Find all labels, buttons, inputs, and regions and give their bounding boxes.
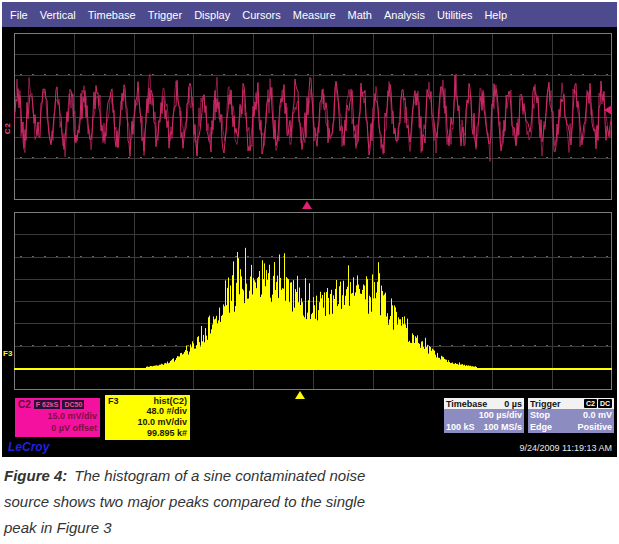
trigger-level: 0.0 mV bbox=[583, 409, 612, 421]
trigger-coupling-badge: DC bbox=[598, 399, 612, 408]
timebase-samplerate: 100 MS/s bbox=[483, 421, 522, 433]
f3-grid bbox=[14, 212, 612, 390]
menu-help[interactable]: Help bbox=[484, 9, 507, 21]
waveform-display: C2 F3 C2 F 62kS DC50 15.0 mV/div 0 µV of… bbox=[2, 27, 617, 457]
f3-histogram-canvas bbox=[14, 212, 612, 390]
menu-timebase[interactable]: Timebase bbox=[88, 9, 136, 21]
menu-cursors[interactable]: Cursors bbox=[242, 9, 281, 21]
figure-caption: Figure 4:The histogram of a sine contami… bbox=[4, 463, 484, 541]
caption-label: Figure 4: bbox=[4, 467, 67, 484]
timebase-title: Timebase bbox=[446, 399, 487, 409]
menu-math[interactable]: Math bbox=[348, 9, 372, 21]
f3-trace-label: F3 bbox=[3, 349, 12, 358]
trigger-title: Trigger bbox=[530, 399, 561, 409]
caption-line-1: Figure 4:The histogram of a sine contami… bbox=[4, 463, 484, 489]
c2-vertical-scale: 15.0 mV/div bbox=[18, 410, 97, 422]
menu-utilities[interactable]: Utilities bbox=[437, 9, 472, 21]
timebase-scale: 100 µs/div bbox=[479, 409, 522, 421]
lecroy-logo: LeCroy bbox=[8, 440, 49, 454]
trigger-time-marker[interactable] bbox=[302, 201, 312, 209]
c2-offset: 0 µV offset bbox=[18, 422, 97, 434]
timestamp: 9/24/2009 11:19:13 AM bbox=[520, 443, 612, 453]
trigger-mode: Stop bbox=[530, 409, 550, 421]
menu-analysis[interactable]: Analysis bbox=[384, 9, 425, 21]
scope-window: File Vertical Timebase Trigger Display C… bbox=[2, 2, 617, 457]
c2-grid bbox=[14, 33, 612, 200]
menu-vertical[interactable]: Vertical bbox=[40, 9, 76, 21]
c2-coupling-badge: DC50 bbox=[62, 400, 84, 409]
trigger-slope: Positive bbox=[577, 421, 612, 433]
c2-sampling-badge: F 62kS bbox=[34, 400, 61, 409]
c2-trace-canvas bbox=[14, 33, 612, 200]
menu-trigger[interactable]: Trigger bbox=[148, 9, 182, 21]
oscilloscope-screenshot: File Vertical Timebase Trigger Display C… bbox=[0, 0, 619, 544]
trigger-type: Edge bbox=[530, 421, 552, 433]
timebase-samples: 100 kS bbox=[446, 421, 475, 433]
timebase-panel[interactable]: Timebase 0 µs 100 µs/div 100 kS 100 MS/s bbox=[444, 398, 524, 433]
menu-bar: File Vertical Timebase Trigger Display C… bbox=[2, 2, 617, 27]
caption-line-2: source shows two major peaks compared to… bbox=[4, 489, 484, 515]
menu-measure[interactable]: Measure bbox=[293, 9, 336, 21]
c2-trace-label: C2 bbox=[3, 122, 12, 134]
f3-bin-scale: 10.0 mV/div bbox=[108, 417, 187, 428]
f3-descriptor-panel[interactable]: F3 hist(C2) 48.0 #/div 10.0 mV/div 99.89… bbox=[104, 394, 191, 441]
menu-file[interactable]: File bbox=[10, 9, 28, 21]
f3-channel-label: F3 bbox=[108, 396, 119, 406]
f3-count-scale: 48.0 #/div bbox=[108, 406, 187, 417]
trigger-source-badge: C2 bbox=[584, 399, 597, 408]
c2-channel-label: C2 bbox=[18, 399, 31, 410]
trigger-level-marker[interactable] bbox=[604, 105, 612, 115]
menu-display[interactable]: Display bbox=[194, 9, 230, 21]
timebase-delay: 0 µs bbox=[504, 399, 522, 409]
f3-function-label: hist(C2) bbox=[154, 396, 188, 406]
c2-descriptor-panel[interactable]: C2 F 62kS DC50 15.0 mV/div 0 µV offset bbox=[14, 397, 101, 438]
trigger-panel[interactable]: Trigger C2 DC Stop 0.0 mV Edge Positive bbox=[528, 398, 614, 433]
caption-line-3: peak in Figure 3 bbox=[4, 515, 484, 541]
histogram-center-marker[interactable] bbox=[295, 391, 305, 399]
f3-population: 99.895 k# bbox=[108, 428, 187, 439]
